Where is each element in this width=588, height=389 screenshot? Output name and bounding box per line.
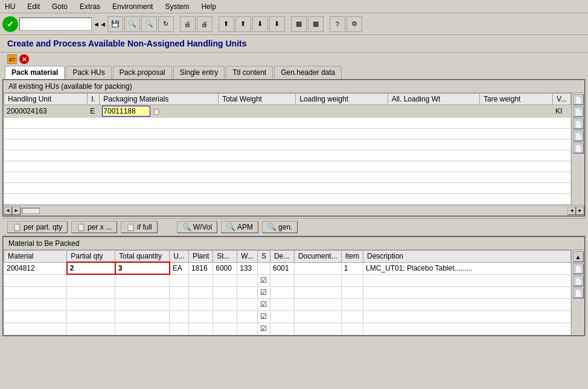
cell-checkbox-5: ☑ [257,310,270,323]
tab-pack-material[interactable]: Pack material [5,66,65,79]
cell-material-5 [4,310,67,323]
cell-unit: EA [170,262,189,274]
bottom-side-btn2[interactable]: 📄 [573,263,584,274]
cell-plant-2 [188,274,213,286]
menu-system[interactable]: System [162,2,191,11]
scroll-far-right-btn[interactable]: ► [576,207,584,215]
command-input[interactable] [19,18,92,31]
label-icon[interactable]: 🏷 [7,54,17,64]
cell-item-2 [341,274,363,286]
delete-icon[interactable]: ✕ [19,54,29,64]
checkbox-3[interactable]: ☑ [260,288,267,297]
cell-plant-5 [188,310,213,323]
detail4-btn[interactable]: 📄 [573,130,584,141]
w-vol-btn[interactable]: 🔍 W/Vol [177,221,217,233]
btn-a[interactable]: ▦ [291,16,307,32]
col-i: I. [88,94,100,105]
table-row [4,161,571,172]
tab-pack-hus[interactable]: Pack HUs [66,66,111,79]
col-unit: U... [170,251,189,263]
cell-desc-5 [363,310,571,323]
app-window: HU Edit Goto Extras Environment System H… [0,0,588,389]
menu-hu[interactable]: HU [2,2,18,11]
cell-doc-5 [294,310,341,323]
scroll-right-btn[interactable]: ► [12,207,21,215]
per-x-btn[interactable]: 📋 per x ... [71,221,117,233]
cell-item-6 [341,323,363,335]
cell-packaging-materials[interactable]: 📋 [100,105,219,118]
cell-doc-4 [294,298,341,310]
icon-row: 🏷 ✕ [0,53,588,66]
top-scroll-bar: ◄ ► ◄ ► [4,205,584,216]
cell-partial-qty-6 [67,323,115,335]
detail5-btn[interactable]: 📄 [573,143,584,153]
menu-help[interactable]: Help [199,2,219,11]
cell-checkbox-4: ☑ [257,298,270,310]
scroll-far-left-btn[interactable]: ◄ [567,207,576,215]
tab-ttl-content[interactable]: Ttl content [226,66,273,79]
cell-loading-weight [296,105,388,118]
detail2-btn[interactable]: 📄 [573,106,584,117]
checkbox-4[interactable]: ☑ [260,300,267,309]
table-row [4,129,571,140]
table-row: ☑ [4,274,571,286]
menu-extras[interactable]: Extras [77,2,103,11]
cell-storage-4 [213,298,237,310]
tab-gen-header[interactable]: Gen.header data [274,66,342,79]
refresh-button[interactable]: ↻ [158,16,174,32]
cell-de-3 [270,286,294,298]
print-button[interactable]: 🖨 [180,16,196,32]
bottom-side-btn4[interactable]: 📄 [573,288,584,298]
menu-environment[interactable]: Environment [110,2,155,11]
cell-storage-5 [213,310,237,323]
col-total-qty: Total quantity [115,251,170,263]
cell-tare [480,105,553,118]
bottom-side-btn3[interactable]: 📄 [573,275,584,286]
cell-desc-2 [363,274,571,286]
gen-btn[interactable]: 🔍 gen. [262,221,298,233]
table-row: ☑ [4,323,571,335]
cell-w: 133 [237,262,258,274]
cell-doc-3 [294,286,341,298]
cell-total-qty: 3 [115,262,170,274]
cell-de-6 [270,323,294,335]
checkbox-2[interactable]: ☑ [260,276,267,285]
transfer3-button[interactable]: ⬇ [252,16,268,32]
find-button[interactable]: 🔍 [124,16,140,32]
cell-partial-qty-3 [67,286,115,298]
col-partial-qty: Partial qty [67,251,115,263]
col-loading-weight: Loading weight [296,94,388,105]
packaging-lookup-icon[interactable]: 📋 [153,108,160,115]
menu-edit[interactable]: Edit [25,2,42,11]
apm-btn[interactable]: 🔍 APM [221,221,258,233]
cell-checkbox-6: ☑ [257,323,270,335]
save-button[interactable]: 💾 [107,16,123,32]
btn-b[interactable]: ▦ [308,16,324,32]
checkbox-5[interactable]: ☑ [260,312,267,321]
if-full-btn[interactable]: 📋 if full [121,221,158,233]
settings-button[interactable]: ⚙ [347,16,362,32]
ok-button[interactable]: ✓ [2,16,18,32]
h-scrollbar[interactable] [22,208,40,214]
checkbox-6[interactable]: ☑ [260,324,267,333]
detail-btn[interactable]: 📄 [573,94,584,105]
detail3-btn[interactable]: 📄 [573,118,584,129]
cell-doc-6 [294,323,341,335]
transfer-button[interactable]: ⬆ [219,16,234,32]
tab-pack-proposal[interactable]: Pack.proposal [113,66,172,79]
transfer2-button[interactable]: ⬆ [235,16,251,32]
cell-partial-qty-4 [67,298,115,310]
col-s: S [257,251,270,263]
per-part-qty-btn[interactable]: 📋 per part. qty [7,221,68,233]
top-table-scroll: Handling Unit I. Packaging Materials Tot… [4,93,571,205]
scroll-left-btn[interactable]: ◄ [4,207,12,215]
help-button[interactable]: ? [330,16,345,32]
find-next-button[interactable]: 🔍 [141,16,157,32]
print2-button[interactable]: 🖨 [197,16,213,32]
bottom-side-btn1[interactable]: ▲ [573,251,584,262]
menu-goto[interactable]: Goto [50,2,70,11]
transfer4-button[interactable]: ⬇ [269,16,285,32]
tab-single-entry[interactable]: Single entry [173,66,225,79]
nav-back-icon[interactable]: ◄◄ [93,21,106,28]
packaging-input[interactable] [102,106,150,117]
